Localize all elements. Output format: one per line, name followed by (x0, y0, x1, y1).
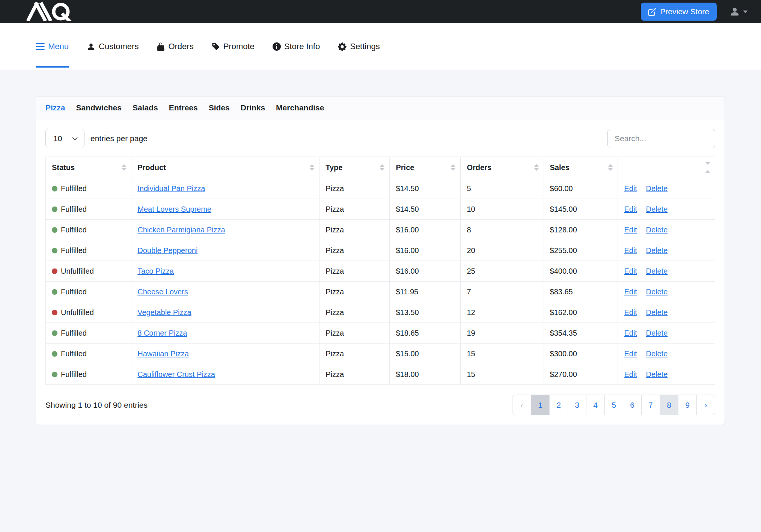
nav-item-settings[interactable]: Settings (338, 23, 380, 70)
column-header-orders[interactable]: Orders (461, 157, 544, 178)
product-link[interactable]: Meat Lovers Supreme (137, 205, 211, 213)
preview-store-button[interactable]: Preview Store (641, 3, 717, 21)
edit-link[interactable]: Edit (624, 350, 637, 358)
edit-link[interactable]: Edit (624, 288, 637, 296)
orders-value: 20 (467, 246, 475, 255)
menu-card: Pizza Sandwiches Salads Entrees Sides Dr… (36, 96, 725, 425)
delete-link[interactable]: Delete (646, 267, 668, 275)
column-header-sales[interactable]: Sales (544, 157, 618, 178)
column-header-price[interactable]: Price (390, 157, 461, 178)
pagination-prev-button[interactable]: ‹ (512, 395, 531, 415)
column-header-type[interactable]: Type (319, 157, 390, 178)
column-header-actions[interactable] (618, 157, 715, 178)
product-link[interactable]: Individual Pan Pizza (137, 184, 205, 193)
pagination-page-2[interactable]: 2 (549, 395, 568, 415)
price-cell: $16.00 (390, 240, 461, 261)
orders-cell: 15 (461, 344, 544, 364)
orders-cell: 12 (461, 302, 544, 323)
brand-logo[interactable] (26, 0, 76, 23)
delete-link[interactable]: Delete (646, 288, 668, 296)
pagination-page-3[interactable]: 3 (568, 395, 586, 415)
delete-link[interactable]: Delete (646, 226, 668, 234)
table-row: Fulfilled Cheese Lovers Pizza $11.95 7 $… (46, 282, 715, 302)
pagination-page-4[interactable]: 4 (586, 395, 604, 415)
delete-link[interactable]: Delete (646, 308, 668, 316)
type-value: Pizza (325, 267, 344, 275)
pagination-page-6[interactable]: 6 (623, 395, 641, 415)
table-row: Fulfilled Double Pepperoni Pizza $16.00 … (46, 240, 715, 261)
status-dot-icon (52, 372, 57, 377)
tab-pizza[interactable]: Pizza (45, 103, 65, 112)
product-link[interactable]: Cheese Lovers (137, 288, 188, 296)
entries-per-page-value: 10 (53, 134, 62, 143)
table-row: Fulfilled Chicken Parmigiana Pizza Pizza… (46, 220, 715, 240)
pagination-next-button[interactable]: › (696, 395, 715, 415)
search-input[interactable] (607, 129, 715, 148)
pagination-page-9[interactable]: 9 (678, 395, 696, 415)
pagination-page-5[interactable]: 5 (604, 395, 623, 415)
nav-item-menu[interactable]: Menu (36, 23, 69, 70)
status-dot-icon (52, 330, 57, 336)
tab-sandwiches[interactable]: Sandwiches (76, 103, 122, 112)
orders-cell: 25 (461, 261, 544, 282)
edit-link[interactable]: Edit (624, 246, 637, 255)
gear-icon (338, 42, 347, 51)
status-cell: Unfulfilled (46, 302, 131, 323)
price-value: $16.00 (396, 226, 419, 234)
bag-icon (157, 42, 165, 51)
orders-value: 19 (467, 329, 475, 337)
actions-cell: Edit Delete (618, 178, 715, 199)
pagination-page-1[interactable]: 1 (531, 395, 549, 415)
tab-entrees[interactable]: Entrees (169, 103, 198, 112)
sales-cell: $83.65 (544, 282, 618, 302)
entries-per-page-select[interactable]: 10 (45, 129, 84, 148)
product-link[interactable]: 8 Corner Pizza (137, 329, 187, 337)
column-header-product[interactable]: Product (131, 157, 319, 178)
status-cell: Fulfilled (46, 364, 131, 385)
product-link[interactable]: Cauliflower Crust Pizza (137, 370, 215, 378)
nav-item-store-info[interactable]: Store Info (273, 23, 320, 70)
delete-link[interactable]: Delete (646, 184, 668, 193)
actions-cell: Edit Delete (618, 282, 715, 302)
edit-link[interactable]: Edit (624, 226, 637, 234)
edit-link[interactable]: Edit (624, 184, 637, 193)
nav-item-promote[interactable]: Promote (212, 23, 255, 70)
product-cell: Chicken Parmigiana Pizza (131, 220, 319, 240)
delete-link[interactable]: Delete (646, 350, 668, 358)
product-cell: Cheese Lovers (131, 282, 319, 302)
edit-link[interactable]: Edit (624, 329, 637, 337)
edit-link[interactable]: Edit (624, 308, 637, 316)
edit-link[interactable]: Edit (624, 267, 637, 275)
product-link[interactable]: Vegetable Pizza (137, 308, 191, 316)
product-link[interactable]: Double Pepperoni (137, 246, 197, 255)
orders-value: 12 (467, 308, 475, 316)
product-link[interactable]: Taco Pizza (137, 267, 174, 275)
nav-label: Store Info (284, 42, 320, 51)
account-menu[interactable] (729, 6, 747, 17)
tab-drinks[interactable]: Drinks (241, 103, 265, 112)
sort-icon (310, 164, 314, 171)
delete-link[interactable]: Delete (646, 370, 668, 378)
pagination-page-7[interactable]: 7 (641, 395, 660, 415)
tab-salads[interactable]: Salads (133, 103, 158, 112)
sort-icon (534, 164, 539, 171)
column-header-status[interactable]: Status (46, 157, 131, 178)
sort-icon (451, 164, 455, 171)
delete-link[interactable]: Delete (646, 329, 668, 337)
status-label: Fulfilled (61, 205, 87, 214)
pagination-page-8[interactable]: 8 (660, 395, 678, 415)
status-label: Fulfilled (61, 350, 87, 358)
nav-item-orders[interactable]: Orders (157, 23, 193, 70)
edit-link[interactable]: Edit (624, 370, 637, 378)
nav-item-customers[interactable]: Customers (87, 23, 139, 70)
tab-sides[interactable]: Sides (209, 103, 230, 112)
delete-link[interactable]: Delete (646, 205, 668, 213)
product-link[interactable]: Hawaiian Pizza (137, 350, 189, 358)
tab-merchandise[interactable]: Merchandise (276, 103, 324, 112)
product-link[interactable]: Chicken Parmigiana Pizza (137, 226, 225, 234)
type-value: Pizza (325, 370, 344, 378)
edit-link[interactable]: Edit (624, 205, 637, 213)
orders-value: 10 (467, 205, 475, 213)
delete-link[interactable]: Delete (646, 246, 668, 255)
orders-value: 5 (467, 184, 471, 193)
